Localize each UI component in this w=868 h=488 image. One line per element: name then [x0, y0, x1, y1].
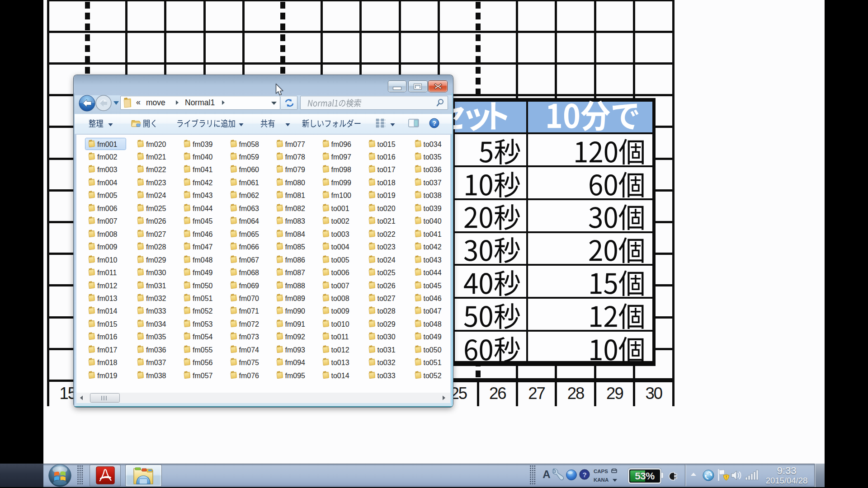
- svg-text:?: ?: [582, 471, 586, 479]
- svg-text:?: ?: [432, 119, 436, 127]
